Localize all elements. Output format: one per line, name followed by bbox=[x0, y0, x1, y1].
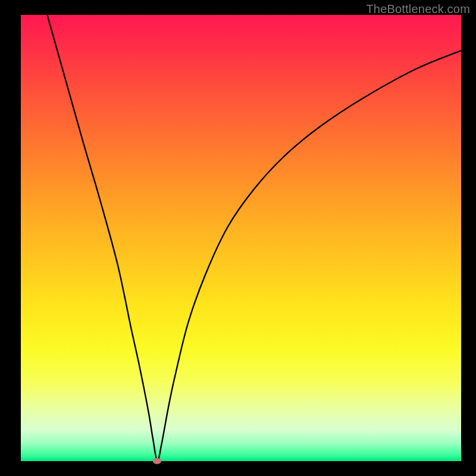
minimum-marker bbox=[153, 458, 161, 464]
plot-area bbox=[21, 15, 461, 461]
bottleneck-curve bbox=[21, 15, 461, 461]
watermark-text: TheBottleneck.com bbox=[366, 2, 470, 16]
chart-frame: TheBottleneck.com bbox=[0, 0, 476, 476]
